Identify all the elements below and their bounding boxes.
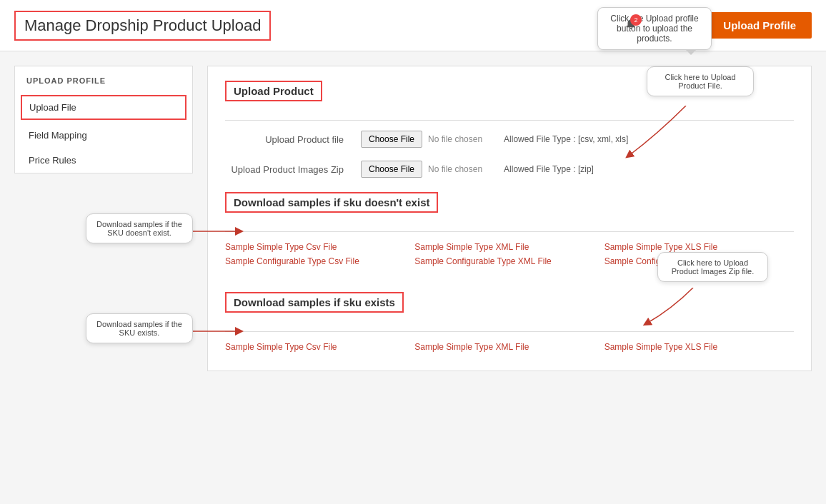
upload-product-file-input-group: Choose File No file chosen [361,131,482,148]
notifications-button[interactable]: 2 [625,17,637,34]
upload-product-title: Upload Product [225,81,322,101]
choose-zip-file-button[interactable]: Choose File [361,161,422,178]
sample-col-xls-sku: Sample Simple Type XLS File [604,342,794,356]
sample-col-xml-nosku: Sample Simple Type XML File Sample Confi… [414,242,604,271]
download-sku-section: Download samples if the SKU exists. Down… [225,292,794,356]
sidebar-item-upload-file[interactable]: Upload File [21,95,186,120]
sample-configurable-csv-link-nosku[interactable]: Sample Configurable Type Csv File [225,256,414,266]
download-no-sku-title: Download samples if sku doesn't exist [225,192,438,213]
download-sku-title: Download samples if sku exists [225,292,404,313]
no-file-chosen-label: No file chosen [428,134,482,144]
main-wrapper: UPLOAD PROFILE Upload File Field Mapping… [0,51,826,385]
notification-badge: 2 [630,14,642,26]
sample-simple-csv-link-sku[interactable]: Sample Simple Type Csv File [225,342,414,352]
content-area: Click here to Upload Product File. Uploa… [207,66,812,371]
sample-simple-xml-link-sku[interactable]: Sample Simple Type XML File [414,342,604,352]
upload-images-zip-row: Upload Product Images Zip Choose File No… [225,161,794,178]
tooltip-header-bubble: Click the Upload profile button to uploa… [597,7,712,50]
allowed-file-type-label: Allowed File Type : [csv, xml, xls] [504,134,628,144]
upload-images-label: Upload Product Images Zip [225,164,354,175]
sample-simple-xls-link-sku[interactable]: Sample Simple Type XLS File [604,342,794,352]
tooltip-no-sku-bubble: Download samples if the SKU doesn't exis… [86,213,193,243]
header: Manage Dropship Product Upload Click the… [0,0,826,51]
no-zip-file-chosen-label: No file chosen [428,164,482,174]
upload-product-file-label: Upload Product file [225,134,354,145]
upload-images-input-group: Choose File No file chosen [361,161,482,178]
sample-links-sku: Sample Simple Type Csv File Sample Simpl… [225,342,794,356]
sidebar-title: UPLOAD PROFILE [15,66,192,92]
page-title: Manage Dropship Product Upload [14,11,271,41]
sample-simple-csv-link-nosku[interactable]: Sample Simple Type Csv File [225,242,414,252]
tooltip-sku-bubble: Download samples if the SKU exists. [86,313,193,343]
upload-profile-button[interactable]: Upload Profile [707,12,812,39]
tooltip-upload-file-bubble: Click here to Upload Product File. [647,66,754,96]
sample-col-csv-nosku: Sample Simple Type Csv File Sample Confi… [225,242,414,271]
sample-simple-xml-link-nosku[interactable]: Sample Simple Type XML File [414,242,604,252]
sample-col-csv-sku: Sample Simple Type Csv File [225,342,414,356]
sidebar-item-price-rules[interactable]: Price Rules [15,148,192,173]
sample-simple-xls-link-nosku[interactable]: Sample Simple Type XLS File [604,242,794,252]
sidebar-item-field-mapping[interactable]: Field Mapping [15,123,192,148]
tooltip-upload-zip-bubble: Click here to Upload Product Images Zip … [657,252,768,282]
upload-product-file-row: Upload Product file Choose File No file … [225,131,794,148]
sample-col-xml-sku: Sample Simple Type XML File [414,342,604,356]
sidebar: UPLOAD PROFILE Upload File Field Mapping… [14,66,193,173]
choose-file-button[interactable]: Choose File [361,131,422,148]
allowed-zip-type-label: Allowed File Type : [zip] [504,164,594,174]
sample-configurable-xml-link-nosku[interactable]: Sample Configurable Type XML File [414,256,604,266]
